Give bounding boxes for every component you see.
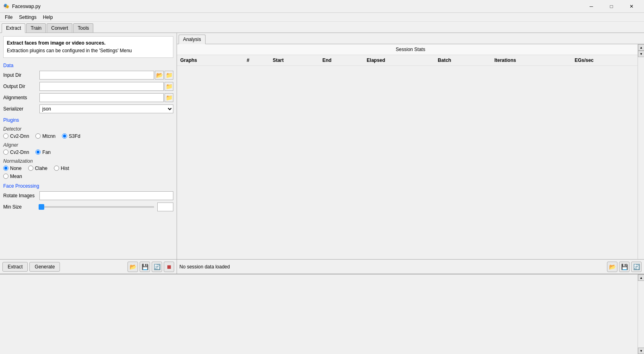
menu-help[interactable]: Help — [40, 14, 56, 21]
rotate-images-field[interactable] — [39, 191, 173, 200]
tab-tools[interactable]: Tools — [73, 23, 93, 33]
norm-mean[interactable]: Mean — [3, 174, 22, 179]
alignments-field[interactable] — [39, 93, 164, 102]
tab-convert[interactable]: Convert — [47, 23, 72, 33]
aligner-fan[interactable]: Fan — [35, 149, 51, 155]
rotate-images-label: Rotate Images — [3, 193, 39, 198]
norm-clahe-label: Clahe — [35, 166, 47, 171]
description-title: Extract faces from image or video source… — [7, 40, 170, 47]
window-controls: ─ □ ✕ — [582, 0, 641, 13]
tab-train[interactable]: Train — [26, 23, 46, 33]
right-refresh-button[interactable]: 🔄 — [631, 262, 642, 272]
output-dir-row: Output Dir 📁 — [3, 82, 173, 91]
min-size-value[interactable]: 0 — [157, 203, 173, 211]
norm-none-label: None — [10, 166, 22, 171]
stop-button[interactable]: ⏹ — [164, 262, 174, 272]
output-dir-field[interactable] — [39, 82, 164, 91]
folder-open-icon: 📂 — [156, 72, 163, 78]
min-size-label: Min Size — [3, 204, 35, 210]
left-toolbar: Extract Generate 📂 💾 🔄 ⏹ — [0, 259, 177, 274]
extract-button[interactable]: Extract — [2, 262, 28, 272]
description-box: Extract faces from image or video source… — [3, 36, 173, 58]
folder-icon-4: 📁 — [166, 94, 173, 101]
aligner-radio-group: Cv2-Dnn Fan — [3, 149, 173, 155]
norm-clahe[interactable]: Clahe — [28, 166, 47, 171]
alignments-browse-button[interactable]: 📁 — [165, 93, 173, 102]
panels: Extract faces from image or video source… — [0, 33, 644, 274]
input-dir-field[interactable] — [39, 71, 154, 80]
folder-icon-2: 📁 — [166, 72, 173, 78]
maximize-button[interactable]: □ — [602, 0, 621, 13]
analysis-tab-bar: Analysis — [177, 33, 644, 44]
right-save-button[interactable]: 💾 — [619, 262, 630, 272]
detector-mtcnn[interactable]: Mtcnn — [35, 133, 56, 139]
title-bar: 🎭 Faceswap.py ─ □ ✕ — [0, 0, 644, 13]
aligner-header: Aligner — [3, 142, 173, 148]
aligner-fan-label: Fan — [42, 149, 51, 155]
col-batch: Batch — [434, 55, 491, 66]
col-start: Start — [270, 55, 319, 66]
section-plugins-header: Plugins — [3, 117, 173, 123]
tab-analysis[interactable]: Analysis — [179, 35, 206, 44]
menu-bar: File Settings Help — [0, 13, 644, 22]
folder-icon-3: 📁 — [166, 83, 173, 90]
detector-s3fd[interactable]: S3Fd — [62, 133, 80, 139]
aligner-cv2dnn[interactable]: Cv2-Dnn — [3, 149, 29, 155]
alignments-row: Alignments 📁 — [3, 93, 173, 102]
input-dir-clear-button[interactable]: 📁 — [165, 71, 173, 80]
session-stats-area: Session Stats Graphs # Start End Elapsed… — [177, 44, 644, 259]
bottom-log-area: ▲ ▼ — [0, 274, 644, 354]
right-scrollbar: ▲ ▼ — [638, 44, 644, 259]
right-folder-icon: 📂 — [609, 264, 616, 270]
load-session-button[interactable]: 📂 — [128, 262, 138, 272]
min-size-slider[interactable] — [39, 206, 154, 208]
input-dir-row: Input Dir 📂 📁 — [3, 71, 173, 80]
col-hash: # — [243, 55, 270, 66]
menu-file[interactable]: File — [2, 14, 16, 21]
serializer-label: Serializer — [3, 106, 39, 112]
input-dir-label: Input Dir — [3, 72, 39, 78]
app-icon: 🎭 — [3, 3, 10, 10]
right-refresh-icon: 🔄 — [633, 264, 640, 270]
bottom-scroll-up[interactable]: ▲ — [638, 274, 644, 281]
rotate-images-row: Rotate Images — [3, 191, 173, 200]
close-button[interactable]: ✕ — [622, 0, 641, 13]
title-bar-left: 🎭 Faceswap.py — [3, 3, 41, 10]
left-panel-content: Extract faces from image or video source… — [0, 33, 177, 259]
serializer-select[interactable]: json pickle yaml — [39, 104, 173, 113]
tab-extract[interactable]: Extract — [2, 23, 25, 33]
col-end: End — [319, 55, 363, 66]
output-dir-label: Output Dir — [3, 84, 39, 89]
col-elapsed: Elapsed — [364, 55, 435, 66]
min-size-row: Min Size 0 — [3, 203, 173, 211]
right-content: Session Stats Graphs # Start End Elapsed… — [177, 44, 644, 259]
stats-table: Graphs # Start End Elapsed Batch Iterati… — [177, 55, 644, 66]
normalization-radio-group-2: Mean — [3, 174, 173, 179]
norm-hist-label: Hist — [61, 166, 69, 171]
detector-header: Detector — [3, 126, 173, 132]
col-iterations: Iterations — [491, 55, 571, 66]
alignments-label: Alignments — [3, 95, 39, 100]
refresh-button[interactable]: 🔄 — [152, 262, 162, 272]
norm-hist[interactable]: Hist — [54, 166, 69, 171]
detector-cv2dnn[interactable]: Cv2-Dnn — [3, 133, 29, 139]
input-dir-browse-button[interactable]: 📂 — [155, 71, 164, 80]
output-dir-browse-button[interactable]: 📁 — [165, 82, 173, 91]
col-graphs: Graphs — [177, 55, 243, 66]
norm-none[interactable]: None — [3, 166, 22, 171]
right-load-button[interactable]: 📂 — [607, 262, 617, 272]
scrollbar-down[interactable]: ▼ — [638, 51, 644, 57]
menu-settings[interactable]: Settings — [16, 14, 39, 21]
section-data-header: Data — [3, 63, 173, 68]
detector-mtcnn-label: Mtcnn — [42, 133, 56, 139]
scrollbar-up[interactable]: ▲ — [638, 44, 644, 51]
save-session-button[interactable]: 💾 — [140, 262, 150, 272]
generate-button[interactable]: Generate — [29, 262, 60, 272]
minimize-button[interactable]: ─ — [582, 0, 601, 13]
bottom-scroll-down[interactable]: ▼ — [638, 348, 644, 354]
section-face-processing-header: Face Processing — [3, 183, 173, 189]
main-tab-bar: Extract Train Convert Tools — [0, 22, 644, 33]
normalization-radio-group: None Clahe Hist — [3, 166, 173, 171]
col-egs: EGs/sec — [571, 55, 644, 66]
description-body: Extraction plugins can be configured in … — [7, 47, 170, 54]
